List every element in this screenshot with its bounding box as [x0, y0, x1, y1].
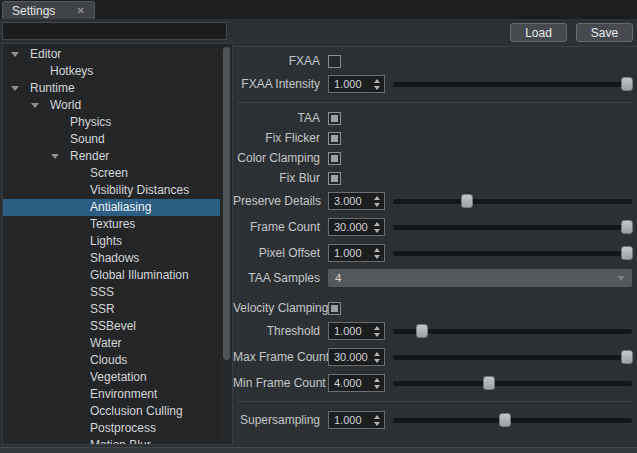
max-frame-count-value[interactable]: 30.000 — [329, 351, 371, 363]
tree-item-textures[interactable]: Textures — [3, 216, 220, 233]
tree-item-water[interactable]: Water — [3, 335, 220, 352]
tree-item-lights[interactable]: Lights — [3, 233, 220, 250]
tree-item-physics[interactable]: Physics — [3, 114, 220, 131]
slider-track[interactable] — [393, 355, 632, 360]
spin-down-icon[interactable] — [374, 385, 380, 389]
tree-item-hotkeys[interactable]: Hotkeys — [3, 63, 220, 80]
fxaa-intensity-slider-handle[interactable] — [621, 77, 633, 91]
tree-item-vegetation[interactable]: Vegetation — [3, 369, 220, 386]
spin-up-icon[interactable] — [374, 415, 380, 419]
frame-count-slider[interactable] — [393, 219, 632, 235]
fxaa-checkbox[interactable] — [328, 55, 341, 68]
spin-down-icon[interactable] — [374, 203, 380, 207]
tree-item-shadows[interactable]: Shadows — [3, 250, 220, 267]
min-frame-count-spinbox[interactable]: 4.000 — [328, 374, 385, 392]
tree-item-visibility-distances[interactable]: Visibility Distances — [3, 182, 220, 199]
spin-up-icon[interactable] — [374, 196, 380, 200]
max-frame-count-slider-handle[interactable] — [621, 350, 633, 364]
spin-up-icon[interactable] — [374, 378, 380, 382]
tree-item-runtime[interactable]: Runtime — [3, 80, 220, 97]
spin-up-icon[interactable] — [374, 222, 380, 226]
preserve-details-slider[interactable] — [393, 193, 632, 209]
min-frame-count-value[interactable]: 4.000 — [329, 377, 371, 389]
pixel-offset-slider[interactable] — [393, 245, 632, 261]
fix-flicker-checkbox[interactable] — [328, 132, 341, 145]
spin-down-icon[interactable] — [374, 255, 380, 259]
frame-count-slider-handle[interactable] — [621, 220, 633, 234]
color-clamping-checkbox[interactable] — [328, 152, 341, 165]
velocity-clamping-checkbox[interactable] — [328, 302, 341, 315]
tree-scrollbar-thumb[interactable] — [223, 47, 230, 360]
slider-track[interactable] — [393, 251, 632, 256]
threshold-slider[interactable] — [393, 323, 632, 339]
tree-item-global-illumination[interactable]: Global Illumination — [3, 267, 220, 284]
taa-samples-label: TAA Samples — [233, 271, 328, 285]
tree-item-world[interactable]: World — [3, 97, 220, 114]
fix-blur-checkbox[interactable] — [328, 172, 341, 185]
min-frame-count-slider[interactable] — [393, 375, 632, 391]
tree-item-motion-blur[interactable]: Motion Blur — [3, 437, 220, 445]
min-frame-count-slider-handle[interactable] — [483, 376, 495, 390]
expander-icon[interactable] — [31, 103, 39, 108]
threshold-value[interactable]: 1.000 — [329, 325, 371, 337]
spin-down-icon[interactable] — [374, 359, 380, 363]
tree-item-environment[interactable]: Environment — [3, 386, 220, 403]
tree-item-ssbevel[interactable]: SSBevel — [3, 318, 220, 335]
spin-down-icon[interactable] — [374, 422, 380, 426]
supersampling-value[interactable]: 1.000 — [329, 414, 371, 426]
threshold-spinbox[interactable]: 1.000 — [328, 322, 385, 340]
taa-samples-dropdown[interactable]: 4 — [328, 269, 632, 287]
frame-count-value[interactable]: 30.000 — [329, 221, 371, 233]
slider-track[interactable] — [393, 381, 632, 386]
preserve-details-slider-handle[interactable] — [461, 194, 473, 208]
save-button[interactable]: Save — [576, 23, 633, 42]
spin-up-icon[interactable] — [374, 326, 380, 330]
tab-close-icon[interactable]: ✕ — [74, 5, 88, 17]
tab-settings[interactable]: Settings ✕ — [2, 1, 95, 19]
fxaa-intensity-value[interactable]: 1.000 — [329, 78, 371, 90]
supersampling-slider[interactable] — [393, 412, 632, 428]
tree-item-editor[interactable]: Editor — [3, 46, 220, 63]
tree-item-clouds[interactable]: Clouds — [3, 352, 220, 369]
slider-track[interactable] — [393, 329, 632, 334]
expander-icon[interactable] — [51, 154, 59, 159]
spin-down-icon[interactable] — [374, 333, 380, 337]
max-frame-count-spinbox[interactable]: 30.000 — [328, 348, 385, 366]
tree-item-render[interactable]: Render — [3, 148, 220, 165]
pixel-offset-spinbox[interactable]: 1.000 — [328, 244, 385, 262]
tree-item-sound[interactable]: Sound — [3, 131, 220, 148]
max-frame-count-slider[interactable] — [393, 349, 632, 365]
tree-item-postprocess[interactable]: Postprocess — [3, 420, 220, 437]
tree-item-antialiasing[interactable]: Antialiasing — [3, 199, 220, 216]
tree-item-ssr[interactable]: SSR — [3, 301, 220, 318]
fxaa-intensity-spinbox[interactable]: 1.000 — [328, 75, 385, 93]
expander-icon[interactable] — [11, 86, 19, 91]
tree-item-occlusion-culling[interactable]: Occlusion Culling — [3, 403, 220, 420]
supersampling-slider-handle[interactable] — [499, 413, 511, 427]
slider-track[interactable] — [393, 82, 632, 87]
pixel-offset-slider-handle[interactable] — [621, 246, 633, 260]
slider-track[interactable] — [393, 225, 632, 230]
tree-scrollbar[interactable] — [222, 46, 231, 442]
frame-count-spinbox[interactable]: 30.000 — [328, 218, 385, 236]
tree-item-screen[interactable]: Screen — [3, 165, 220, 182]
load-button[interactable]: Load — [510, 23, 567, 42]
preserve-details-value[interactable]: 3.000 — [329, 195, 371, 207]
fxaa-intensity-slider[interactable] — [393, 76, 632, 92]
spin-up-icon[interactable] — [374, 79, 380, 83]
tree-item-label: SSBevel — [90, 319, 136, 333]
tree-search-input[interactable] — [2, 22, 227, 40]
threshold-slider-handle[interactable] — [416, 324, 428, 338]
spin-up-icon[interactable] — [374, 352, 380, 356]
spin-down-icon[interactable] — [374, 229, 380, 233]
pixel-offset-value[interactable]: 1.000 — [329, 247, 371, 259]
expander-icon[interactable] — [11, 52, 19, 57]
tree-item-sss[interactable]: SSS — [3, 284, 220, 301]
spin-down-icon[interactable] — [374, 86, 380, 90]
supersampling-spinbox[interactable]: 1.000 — [328, 411, 385, 429]
spin-up-icon[interactable] — [374, 248, 380, 252]
slider-track[interactable] — [393, 418, 632, 423]
preserve-details-spinbox[interactable]: 3.000 — [328, 192, 385, 210]
taa-checkbox[interactable] — [328, 112, 341, 125]
slider-track[interactable] — [393, 199, 632, 204]
